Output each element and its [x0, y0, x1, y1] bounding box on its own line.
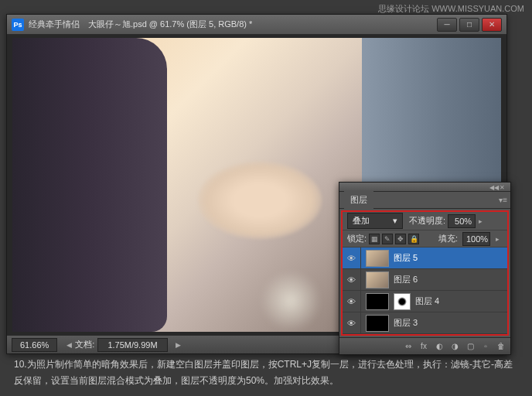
- highlight-box: 叠加 ▾ 不透明度: 50% ▸ 锁定: ▦ ✎ ✥ 🔒 填充: 100% ▸ …: [341, 210, 509, 336]
- chevron-right-icon[interactable]: ▶: [176, 341, 181, 349]
- layer-row[interactable]: 👁 图层 4: [343, 291, 507, 312]
- panel-tabs: 图层 ▾≡: [339, 192, 510, 209]
- doc-label: 文档:: [75, 339, 94, 350]
- panel-footer: ⇔ fx ◐ ◑ ▢ ▫ 🗑: [339, 337, 510, 354]
- layer-mask-thumbnail[interactable]: [394, 293, 411, 310]
- instruction-caption: 10.为照片制作简单的暗角效果后，新建空白图层并盖印图层，按CTRL+J复制一层…: [14, 357, 518, 388]
- visibility-icon[interactable]: 👁: [343, 291, 361, 312]
- visibility-icon[interactable]: 👁: [343, 312, 361, 334]
- tab-layers[interactable]: 图层: [344, 191, 373, 209]
- image-content: [260, 270, 322, 332]
- window-controls: ─ □ ✕: [437, 18, 502, 32]
- visibility-icon[interactable]: 👁: [343, 248, 361, 269]
- maximize-button[interactable]: □: [459, 18, 479, 32]
- blend-mode-select[interactable]: 叠加 ▾: [347, 213, 403, 229]
- minimize-button[interactable]: ─: [437, 18, 457, 32]
- lock-pixels-icon[interactable]: ✎: [382, 234, 393, 244]
- layer-thumbnail[interactable]: [366, 315, 389, 332]
- lock-row: 锁定: ▦ ✎ ✥ 🔒 填充: 100% ▸: [343, 230, 507, 248]
- doc-info: 1.75M/9.99M: [97, 338, 167, 352]
- layers-panel: ◀◀ ✕ 图层 ▾≡ 叠加 ▾ 不透明度: 50% ▸ 锁定: ▦ ✎ ✥ 🔒 …: [339, 182, 511, 355]
- lock-label: 锁定:: [347, 233, 367, 244]
- chevron-left-icon[interactable]: ◀: [66, 341, 72, 349]
- opacity-label: 不透明度:: [409, 215, 445, 227]
- layer-name: 图层 4: [415, 295, 439, 307]
- lock-all-icon[interactable]: 🔒: [408, 234, 419, 244]
- zoom-level[interactable]: 61.66%: [12, 338, 57, 352]
- adjustment-icon[interactable]: ◑: [448, 341, 461, 352]
- layers-list: 👁 图层 5 👁 图层 6 👁 图层 4 👁 图层 3: [343, 248, 507, 334]
- layer-row[interactable]: 👁 图层 3: [343, 312, 507, 334]
- chevron-down-icon: ▾: [393, 216, 397, 226]
- opacity-input[interactable]: 50%: [448, 214, 476, 228]
- layer-thumbnail[interactable]: [366, 271, 389, 288]
- watermark-text: 思缘设计论坛 WWW.MISSYUAN.COM: [378, 3, 524, 15]
- visibility-icon[interactable]: 👁: [343, 269, 361, 291]
- layer-row[interactable]: 👁 图层 6: [343, 269, 507, 291]
- trash-icon[interactable]: 🗑: [495, 341, 507, 352]
- layer-name: 图层 6: [394, 274, 418, 285]
- chevron-right-icon[interactable]: ▸: [479, 217, 483, 225]
- image-content: [198, 162, 322, 239]
- layer-name: 图层 5: [394, 252, 418, 264]
- collapse-icon[interactable]: ◀◀: [489, 184, 497, 190]
- mask-icon[interactable]: ◐: [433, 341, 445, 352]
- close-button[interactable]: ✕: [482, 18, 502, 32]
- panel-menu-icon[interactable]: ▾≡: [499, 196, 507, 204]
- image-content: [12, 38, 167, 332]
- fill-label: 填充:: [438, 233, 458, 244]
- layer-thumbnail[interactable]: [366, 293, 389, 310]
- layer-name: 图层 3: [394, 317, 418, 329]
- ps-logo-icon: Ps: [12, 19, 24, 31]
- panel-close-icon[interactable]: ✕: [500, 184, 507, 190]
- folder-icon[interactable]: ▢: [464, 341, 476, 352]
- blend-mode-value: 叠加: [353, 215, 370, 227]
- layer-row[interactable]: 👁 图层 5: [343, 248, 507, 269]
- lock-position-icon[interactable]: ✥: [395, 234, 406, 244]
- titlebar: Ps 经典牵手情侣 大眼仔～旭.psd @ 61.7% (图层 5, RGB/8…: [7, 15, 506, 35]
- document-title: 经典牵手情侣 大眼仔～旭.psd @ 61.7% (图层 5, RGB/8) *: [29, 19, 437, 30]
- fill-input[interactable]: 100%: [462, 232, 490, 246]
- blend-mode-row: 叠加 ▾ 不透明度: 50% ▸: [343, 212, 507, 230]
- layer-thumbnail[interactable]: [366, 250, 389, 267]
- new-layer-icon[interactable]: ▫: [479, 341, 492, 352]
- fx-icon[interactable]: fx: [418, 341, 430, 352]
- lock-transparent-icon[interactable]: ▦: [369, 234, 380, 244]
- link-icon[interactable]: ⇔: [402, 341, 414, 352]
- chevron-right-icon[interactable]: ▸: [496, 235, 500, 243]
